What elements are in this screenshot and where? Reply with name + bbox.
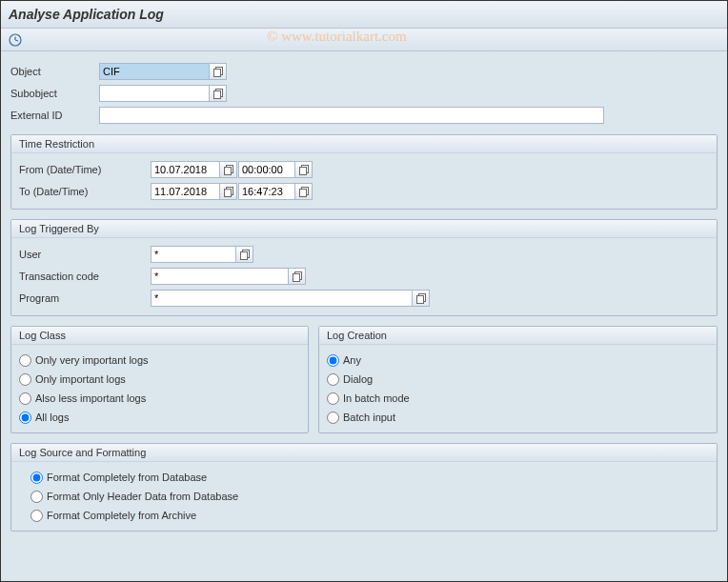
from-time-input[interactable] bbox=[238, 161, 295, 178]
groupbox-log-class: Log Class Only very important logs Only … bbox=[10, 326, 309, 433]
to-time-input[interactable] bbox=[238, 183, 295, 200]
radio-format-header-db-label: Format Only Header Data from Database bbox=[47, 491, 238, 502]
radio-very-important[interactable]: Only very important logs bbox=[19, 351, 300, 370]
radio-less-important[interactable]: Also less important logs bbox=[19, 389, 300, 408]
to-time-valuehelp[interactable] bbox=[295, 183, 313, 200]
to-date-valuehelp[interactable] bbox=[220, 183, 237, 200]
radio-batch-mode-input[interactable] bbox=[327, 392, 339, 405]
value-help-icon bbox=[416, 293, 426, 303]
value-help-icon bbox=[240, 250, 250, 259]
radio-any-label: Any bbox=[343, 354, 361, 366]
field-subobject: Subobject bbox=[10, 83, 718, 103]
radio-any-input[interactable] bbox=[327, 354, 339, 367]
radio-important-input[interactable] bbox=[19, 373, 31, 386]
radio-very-important-input[interactable] bbox=[19, 354, 31, 367]
radio-batch-input[interactable]: Batch input bbox=[327, 408, 709, 427]
field-object: Object bbox=[10, 61, 718, 81]
tcode-label: Transaction code bbox=[19, 271, 151, 282]
radio-format-complete-db[interactable]: Format Completely from Database bbox=[30, 468, 709, 487]
to-date-input[interactable] bbox=[151, 183, 220, 200]
radio-batch-input-input[interactable] bbox=[327, 411, 339, 424]
value-help-icon bbox=[293, 271, 302, 281]
field-user: User bbox=[19, 244, 709, 264]
subobject-valuehelp[interactable] bbox=[210, 85, 227, 102]
execute-icon[interactable] bbox=[7, 31, 24, 49]
log-class-title: Log Class bbox=[11, 327, 308, 345]
user-input[interactable] bbox=[151, 246, 236, 263]
radio-batch-input-label: Batch input bbox=[343, 411, 395, 423]
radio-important-label: Only important logs bbox=[35, 373, 126, 385]
radio-format-complete-db-input[interactable] bbox=[30, 472, 43, 484]
title-bar: Analyse Application Log bbox=[1, 1, 727, 29]
program-label: Program bbox=[19, 292, 151, 304]
field-program: Program bbox=[19, 288, 709, 308]
tcode-valuehelp[interactable] bbox=[289, 268, 306, 285]
object-valuehelp[interactable] bbox=[210, 63, 227, 80]
externalid-label: External ID bbox=[10, 110, 99, 121]
groupbox-log-triggered: Log Triggered By User Transaction code P… bbox=[10, 219, 718, 316]
radio-any[interactable]: Any bbox=[327, 351, 709, 370]
log-triggered-title: Log Triggered By bbox=[11, 220, 717, 238]
log-source-title: Log Source and Formatting bbox=[11, 444, 717, 462]
radio-all-logs[interactable]: All logs bbox=[19, 408, 300, 427]
radio-format-archive-label: Format Completely from Archive bbox=[47, 510, 196, 521]
tcode-input[interactable] bbox=[151, 268, 289, 285]
radio-dialog-input[interactable] bbox=[327, 373, 339, 386]
content: Object Subobject External ID Time Restri… bbox=[1, 51, 727, 541]
field-from-datetime: From (Date/Time) bbox=[19, 159, 709, 179]
subobject-input[interactable] bbox=[99, 85, 210, 102]
toolbar bbox=[1, 29, 727, 51]
value-help-icon bbox=[213, 67, 223, 76]
from-time-valuehelp[interactable] bbox=[295, 161, 313, 178]
radio-less-important-label: Also less important logs bbox=[35, 392, 146, 404]
externalid-input[interactable] bbox=[99, 107, 604, 124]
log-creation-title: Log Creation bbox=[319, 327, 717, 345]
from-label: From (Date/Time) bbox=[19, 164, 151, 175]
subobject-label: Subobject bbox=[10, 88, 99, 99]
value-help-icon bbox=[299, 187, 309, 196]
radio-important[interactable]: Only important logs bbox=[19, 370, 300, 389]
program-valuehelp[interactable] bbox=[413, 290, 430, 307]
groupbox-log-creation: Log Creation Any Dialog In batch mode Ba… bbox=[318, 326, 718, 433]
field-externalid: External ID bbox=[10, 105, 718, 125]
radio-batch-mode[interactable]: In batch mode bbox=[327, 389, 709, 408]
user-valuehelp[interactable] bbox=[236, 246, 253, 263]
time-restriction-title: Time Restriction bbox=[11, 135, 717, 153]
from-date-input[interactable] bbox=[151, 161, 220, 178]
value-help-icon bbox=[213, 89, 223, 98]
groupbox-row: Log Class Only very important logs Only … bbox=[10, 326, 718, 433]
radio-dialog-label: Dialog bbox=[343, 373, 373, 385]
object-input[interactable] bbox=[99, 63, 210, 80]
svg-line-2 bbox=[15, 40, 18, 41]
radio-format-header-db-input[interactable] bbox=[30, 491, 43, 503]
field-tcode: Transaction code bbox=[19, 266, 709, 286]
radio-less-important-input[interactable] bbox=[19, 392, 31, 405]
groupbox-time-restriction: Time Restriction From (Date/Time) To (Da… bbox=[10, 134, 718, 210]
radio-batch-mode-label: In batch mode bbox=[343, 392, 410, 404]
value-help-icon bbox=[224, 187, 233, 196]
from-date-valuehelp[interactable] bbox=[220, 161, 237, 178]
radio-format-header-db[interactable]: Format Only Header Data from Database bbox=[30, 487, 709, 506]
object-label: Object bbox=[10, 66, 99, 77]
field-to-datetime: To (Date/Time) bbox=[19, 181, 709, 201]
radio-all-logs-input[interactable] bbox=[19, 411, 31, 424]
value-help-icon bbox=[224, 165, 233, 174]
radio-format-archive-input[interactable] bbox=[30, 510, 43, 522]
program-input[interactable] bbox=[151, 290, 413, 307]
user-label: User bbox=[19, 249, 151, 260]
groupbox-log-source: Log Source and Formatting Format Complet… bbox=[10, 443, 718, 532]
radio-format-complete-db-label: Format Completely from Database bbox=[47, 472, 207, 483]
page-title: Analyse Application Log bbox=[9, 7, 164, 22]
value-help-icon bbox=[299, 165, 309, 174]
to-label: To (Date/Time) bbox=[19, 186, 151, 197]
radio-format-archive[interactable]: Format Completely from Archive bbox=[30, 506, 709, 525]
radio-dialog[interactable]: Dialog bbox=[327, 370, 709, 389]
radio-all-logs-label: All logs bbox=[35, 411, 69, 423]
radio-very-important-label: Only very important logs bbox=[35, 354, 149, 366]
